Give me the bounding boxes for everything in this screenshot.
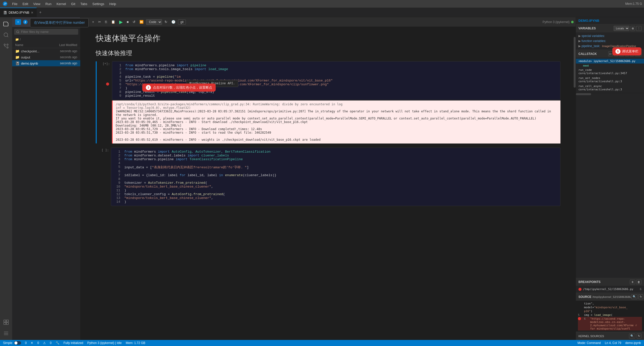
annotation-text-5: 调试菜单栏 bbox=[622, 49, 638, 54]
file-item-checkpoint[interactable]: 📁 checkpoint... seconds ago bbox=[12, 48, 80, 54]
callstack-item-0[interactable]: <module> ipykernel_52/158863686.py bbox=[576, 59, 644, 64]
clock-toolbar-btn[interactable]: 🕐 bbox=[170, 19, 177, 25]
new-btn-label: + bbox=[17, 20, 19, 24]
menu-kernel[interactable]: Kernel bbox=[54, 2, 68, 6]
callstack-section: CALLSTACK ▷ ■ ↻ ↓ ↑ </> <module> ipykern… bbox=[576, 50, 644, 278]
source-header[interactable]: SOURCE /tmp/ipykernel_52/158863686. 🔍 ↻ bbox=[576, 293, 644, 301]
search-input[interactable] bbox=[21, 30, 76, 34]
kernel-status-dot bbox=[571, 21, 574, 23]
code-line-1-3: 3 bbox=[115, 71, 557, 75]
new-file-button[interactable]: + bbox=[15, 19, 21, 25]
breakpoint-path: /tmp/ipykernel_52/158863686.py bbox=[583, 288, 633, 291]
variables-header[interactable]: VARIABLES Locals ⊞ ⋮ bbox=[576, 24, 644, 32]
menu-run[interactable]: Run bbox=[43, 2, 53, 6]
add-tab-button[interactable]: + bbox=[37, 10, 44, 15]
source-line-1: tion", bbox=[578, 302, 642, 306]
cell-prompt-1: [*]: bbox=[103, 62, 110, 66]
status-1: 0 bbox=[37, 341, 39, 345]
notebook-scroller[interactable]: 快速体验平台操作 快速体验推理 [*]: 1 from mindformers.… bbox=[80, 27, 576, 340]
fast-forward-button[interactable]: ⏩ bbox=[138, 19, 145, 25]
sidebar: + 2 在View菜单栏中打开line number 📁 / Name Last… bbox=[12, 17, 80, 340]
cell2-line-13: 13 "mindspore/tokcls_bert_base_chinese_c… bbox=[114, 196, 557, 200]
cell-type-select[interactable]: Code bbox=[146, 19, 162, 25]
callstack-item-2[interactable]: run_ast_nodes core/interactiveshell.py:3 bbox=[576, 76, 644, 84]
callstack-scroll-thumb[interactable] bbox=[576, 93, 591, 95]
files-icon[interactable] bbox=[2, 19, 11, 28]
locals-select[interactable]: Locals bbox=[614, 26, 629, 31]
search-activity-icon[interactable] bbox=[2, 30, 11, 39]
mode-toggle-switch[interactable] bbox=[14, 341, 21, 345]
menu-help[interactable]: Help bbox=[107, 2, 118, 6]
variables-more-btn[interactable]: ⋮ bbox=[636, 26, 641, 31]
git-activity-icon[interactable] bbox=[2, 42, 11, 51]
kernel-sources-header[interactable]: KERNEL SOURCES 🔍 ↻ bbox=[576, 332, 644, 340]
stop-button[interactable]: ■ bbox=[125, 19, 130, 25]
callstack-label: CALLSTACK bbox=[578, 52, 597, 56]
run-button[interactable]: ▶ bbox=[118, 18, 124, 26]
status-bar: Simple 0 ✕ 0 ⚠ 0 🔧 Fully initialized Pyt… bbox=[0, 340, 644, 346]
variables-controls: Locals ⊞ ⋮ bbox=[614, 26, 641, 31]
notebook-toolbar: 💾 + ✂ ⎘ 📋 ▶ 1 点击debug按钮 ■ ↺ ⏩ Code ↻ 🕐 g… bbox=[80, 17, 576, 27]
cell-gutter-2: [ ]: bbox=[96, 148, 111, 206]
scrollbar-thumb[interactable] bbox=[574, 37, 576, 88]
source-path: /tmp/ipykernel_52/158863686. bbox=[592, 295, 631, 298]
svg-line-15 bbox=[18, 32, 19, 33]
mode-toggle[interactable]: Simple bbox=[3, 341, 21, 345]
git-button[interactable]: git bbox=[178, 19, 186, 25]
kernel-sources-section: KERNEL SOURCES 🔍 ↻ bbox=[576, 332, 644, 340]
cell2-line-12: 12 tokcls_cluener_config = AutoConfig.fr… bbox=[114, 192, 557, 196]
paste-button[interactable]: 📋 bbox=[110, 19, 117, 25]
code-area-1[interactable]: 1 from mindformers.pipeline import pipel… bbox=[112, 61, 560, 100]
output-area-1: /opt/conda/lib/python3.9/site-packages/m… bbox=[112, 100, 560, 144]
remove-all-breakpoints-btn[interactable]: 🗑 bbox=[636, 280, 641, 284]
function-vars-item[interactable]: ▶ function variables: bbox=[576, 38, 644, 44]
status-kernel-idle: Python 3 (ipykernel) | Idle bbox=[87, 341, 122, 345]
cell2-line-3: 3 from mindformers.pipeline import Token… bbox=[114, 157, 557, 161]
tab-demo-ipynb[interactable]: 📓 DEMO.IPYNB ✕ bbox=[0, 8, 37, 17]
variables-section: VARIABLES Locals ⊞ ⋮ ▶ special variables… bbox=[576, 24, 644, 50]
callstack-item-3[interactable]: run_cell_async core/interactiveshell.py:… bbox=[576, 84, 644, 92]
variables-content: ▶ special variables: ▶ function variable… bbox=[576, 32, 644, 50]
copy-button[interactable]: ⎘ bbox=[104, 19, 109, 25]
refresh-toolbar-btn[interactable]: ↻ bbox=[163, 19, 169, 25]
code-line-1-4: 4 pipeline_task = pipeline("im MindForme… bbox=[115, 75, 557, 79]
table-view-btn[interactable]: ⊞ bbox=[630, 26, 635, 31]
source-refresh-btn[interactable]: ↻ bbox=[638, 294, 643, 299]
notebook-title: 快速体验平台操作 bbox=[96, 33, 560, 44]
breakpoint-marker bbox=[106, 83, 109, 86]
callstack-item-1[interactable]: run_code core/interactiveshell.py:3457 bbox=[576, 68, 644, 76]
code-area-2[interactable]: 1 from mindformers import AutoConfig, Au… bbox=[111, 148, 560, 206]
menu-view[interactable]: View bbox=[31, 2, 42, 6]
hamburger-icon[interactable] bbox=[2, 329, 11, 338]
menu-settings[interactable]: Settings bbox=[90, 2, 106, 6]
cut-button[interactable]: ✂ bbox=[97, 19, 103, 25]
source-search-btn[interactable]: 🔍 bbox=[631, 294, 637, 299]
pause-all-breakpoints-btn[interactable]: ⏸ bbox=[630, 280, 635, 284]
menu-tabs[interactable]: Tabs bbox=[78, 2, 89, 6]
file-item-output[interactable]: 📁 output seconds ago bbox=[12, 54, 80, 60]
source-line-4: 5 img = load_image( bbox=[578, 313, 642, 317]
cell2-line-14: 14 ) bbox=[114, 200, 557, 204]
tab-close-button[interactable]: ✕ bbox=[31, 11, 33, 14]
special-vars-item[interactable]: ▶ special variables: bbox=[576, 33, 644, 38]
breakpoint-item-1[interactable]: /tmp/ipykernel_52/158863686.py 6 bbox=[576, 287, 644, 292]
restart-button[interactable]: ↺ bbox=[131, 19, 137, 25]
output-line-10: 2023-03-28 03:05:52,619 - mindformers - … bbox=[116, 138, 557, 141]
cell-prompt-2: [ ]: bbox=[102, 149, 109, 152]
cell2-line-8: 8 bbox=[114, 177, 557, 181]
extensions-icon[interactable] bbox=[2, 318, 11, 327]
kernel-sources-search-btn[interactable]: 🔍 bbox=[629, 334, 635, 338]
menu-file[interactable]: File bbox=[10, 2, 19, 6]
badge-2: 2 bbox=[23, 20, 28, 24]
svg-rect-10 bbox=[6, 322, 8, 324]
file-item-demo[interactable]: 📓 demo.ipynb seconds ago bbox=[12, 60, 80, 66]
svg-rect-8 bbox=[6, 320, 8, 322]
breakpoints-label: BREAKPOINTS bbox=[578, 280, 600, 284]
menu-git[interactable]: Git bbox=[69, 2, 77, 6]
breakpoints-header[interactable]: BREAKPOINTS ⏸ 🗑 bbox=[576, 278, 644, 286]
menu-edit[interactable]: Edit bbox=[21, 2, 30, 6]
kernel-sources-refresh-btn[interactable]: ↻ bbox=[637, 334, 641, 338]
output-line-9 bbox=[116, 134, 557, 138]
add-cell-button[interactable]: + bbox=[91, 19, 96, 25]
status-right: Mode: Command Ln 4, Col 79 demo.ipynb bbox=[577, 341, 641, 345]
